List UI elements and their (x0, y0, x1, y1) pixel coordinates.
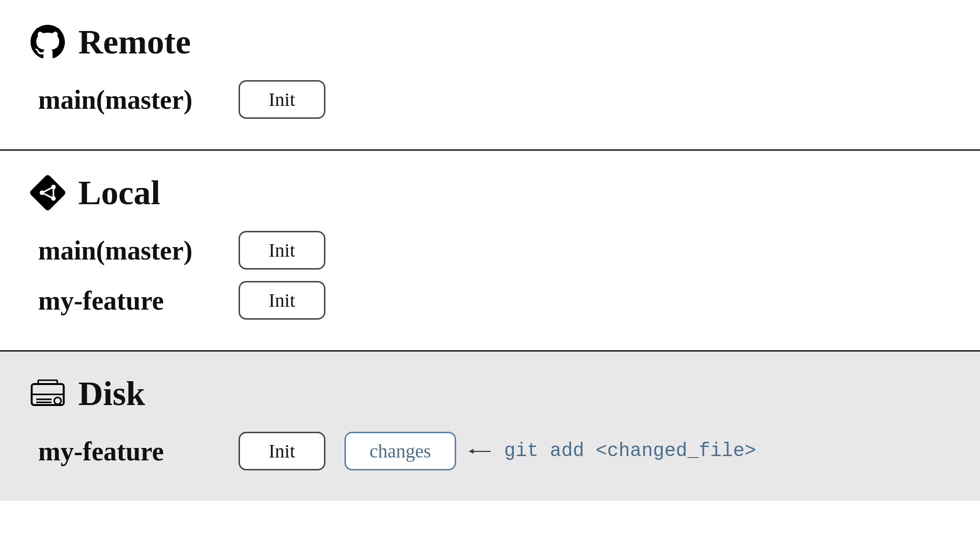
svg-marker-16 (469, 448, 474, 454)
remote-branch-name-0: main(master) (38, 84, 219, 115)
remote-header: Remote (29, 23, 951, 61)
git-command-annotation: git add <changed_file> (504, 440, 756, 462)
local-section: Local main(master) Init my-feature Init (0, 151, 980, 350)
svg-rect-0 (29, 174, 66, 211)
changes-annotation: changes git add <changed_file> (344, 432, 756, 470)
svg-point-11 (54, 397, 61, 404)
remote-branch-row-0: main(master) Init (29, 80, 951, 119)
local-init-button-0[interactable]: Init (239, 231, 325, 270)
remote-section: Remote main(master) Init (0, 0, 980, 149)
disk-title: Disk (78, 376, 145, 411)
disk-branch-row-0: my-feature Init changes git add <changed… (29, 432, 951, 470)
git-icon (29, 174, 67, 212)
remote-title: Remote (78, 25, 191, 59)
disk-icon (29, 375, 67, 413)
arrow-icon (466, 444, 494, 458)
disk-init-button-0[interactable]: Init (239, 432, 325, 470)
local-header: Local (29, 174, 951, 212)
github-icon (29, 23, 67, 61)
disk-changes-button-0[interactable]: changes (344, 432, 457, 470)
disk-header: Disk (29, 375, 951, 413)
disk-section: Disk my-feature Init changes git add <ch… (0, 350, 980, 501)
local-branch-row-1: my-feature Init (29, 281, 951, 320)
local-branch-row-0: main(master) Init (29, 231, 951, 270)
remote-init-button-0[interactable]: Init (239, 80, 325, 119)
disk-branch-name-0: my-feature (38, 436, 219, 467)
local-init-button-1[interactable]: Init (239, 281, 325, 320)
local-branch-name-1: my-feature (38, 285, 219, 316)
local-branch-name-0: main(master) (38, 235, 219, 266)
local-title: Local (78, 176, 160, 210)
